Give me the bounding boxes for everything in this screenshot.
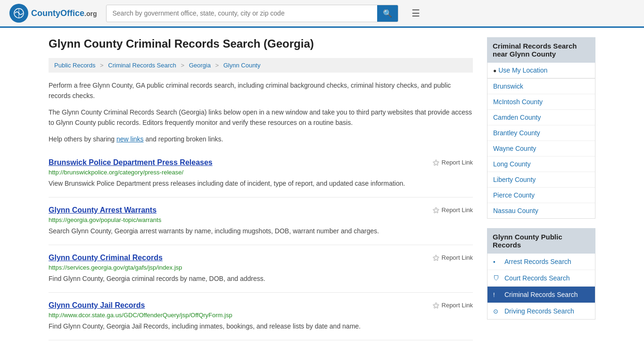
result-desc-1: Search Glynn County, Georgia arrest warr… <box>49 226 473 236</box>
nearby-link-3[interactable]: Brantley County <box>487 125 595 140</box>
result-item: Glynn County Jail Records ⚝ Report Link … <box>49 293 473 340</box>
nearby-section: Criminal Records Search near Glynn Count… <box>487 37 595 219</box>
result-title-3[interactable]: Glynn County Jail Records <box>49 301 145 310</box>
results-list: Brunswick Police Department Press Releas… <box>49 150 473 340</box>
hamburger-menu-button[interactable]: ☰ <box>408 6 424 21</box>
result-title-2[interactable]: Glynn County Criminal Records <box>49 254 163 262</box>
nearby-link-0[interactable]: Brunswick <box>487 79 595 94</box>
pr-icon-0: ▪ <box>493 258 501 265</box>
main-container: Glynn County Criminal Records Search (Ge… <box>39 28 605 350</box>
content-area: Glynn County Criminal Records Search (Ge… <box>49 37 473 340</box>
public-record-item: ⊙ Driving Records Search <box>487 303 595 319</box>
nearby-link-item: Nassau County <box>487 203 595 218</box>
nearby-links-list: ● Use My Location <box>487 63 595 79</box>
breadcrumb-sep-2: > <box>181 62 184 69</box>
pr-label-2: Criminal Records Search <box>504 291 578 298</box>
report-link-0[interactable]: ⚝ Report Link <box>433 158 473 166</box>
nearby-link-1[interactable]: McIntosh County <box>487 94 595 109</box>
pr-label-3: Driving Records Search <box>504 307 574 315</box>
use-my-location-item: ● Use My Location <box>487 63 595 78</box>
nearby-link-7[interactable]: Pierce County <box>487 188 595 203</box>
report-icon-1: ⚝ <box>433 206 439 214</box>
intro3-before: Help others by sharing <box>49 135 116 143</box>
nearby-counties-list: BrunswickMcIntosh CountyCamden CountyBra… <box>487 79 595 219</box>
search-icon: 🔍 <box>383 9 392 17</box>
pr-icon-1: ⛉ <box>493 275 501 282</box>
page-title: Glynn County Criminal Records Search (Ge… <box>49 37 473 50</box>
nearby-link-item: Long County <box>487 156 595 172</box>
hamburger-icon: ☰ <box>412 8 420 18</box>
intro-paragraph-2: The Glynn County Criminal Records Search… <box>49 107 473 128</box>
intro-paragraph-3: Help others by sharing new links and rep… <box>49 134 473 144</box>
report-icon-3: ⚝ <box>433 301 439 309</box>
public-record-link-3[interactable]: ⊙ Driving Records Search <box>487 303 595 319</box>
report-icon-2: ⚝ <box>433 254 439 262</box>
breadcrumb-public-records[interactable]: Public Records <box>54 62 95 69</box>
result-title-0[interactable]: Brunswick Police Department Press Releas… <box>49 158 213 167</box>
breadcrumb-glynn-county[interactable]: Glynn County <box>223 62 261 69</box>
pr-icon-3: ⊙ <box>493 308 501 315</box>
breadcrumb-criminal-records[interactable]: Criminal Records Search <box>108 62 176 69</box>
sidebar: Criminal Records Search near Glynn Count… <box>487 37 595 340</box>
breadcrumb-sep-1: > <box>100 62 104 69</box>
search-input[interactable] <box>107 6 377 21</box>
report-link-2[interactable]: ⚝ Report Link <box>433 254 473 262</box>
result-item: Glynn County Criminal Records ⚝ Report L… <box>49 245 473 293</box>
result-url-2[interactable]: https://services.georgia.gov/gta/gafs/js… <box>49 264 473 271</box>
pr-label-0: Arrest Records Search <box>504 258 571 265</box>
public-record-link-1[interactable]: ⛉ Court Records Search <box>487 270 595 286</box>
use-my-location-label: Use My Location <box>498 66 547 74</box>
nearby-link-item: Pierce County <box>487 188 595 203</box>
nearby-link-5[interactable]: Long County <box>487 156 595 172</box>
pr-label-1: Court Records Search <box>504 274 570 282</box>
result-desc-0: View Brunswick Police Department press r… <box>49 179 473 189</box>
public-records-section: Glynn County Public Records ▪ Arrest Rec… <box>487 228 595 320</box>
search-bar: 🔍 <box>106 5 398 22</box>
breadcrumb-georgia[interactable]: Georgia <box>189 62 211 69</box>
report-link-label-1: Report Link <box>442 206 473 214</box>
result-item: Glynn County Arrest Warrants ⚝ Report Li… <box>49 197 473 245</box>
public-record-link-0[interactable]: ▪ Arrest Records Search <box>487 254 595 270</box>
nearby-link-6[interactable]: Liberty County <box>487 172 595 187</box>
result-url-0[interactable]: http://brunswickpolice.org/category/pres… <box>49 169 473 176</box>
breadcrumb-sep-3: > <box>215 62 219 69</box>
nearby-link-item: Brunswick <box>487 79 595 94</box>
header: CountyOffice.org 🔍 ☰ <box>0 0 644 28</box>
nearby-link-2[interactable]: Camden County <box>487 110 595 125</box>
nearby-link-4[interactable]: Wayne County <box>487 141 595 156</box>
intro3-after: and reporting broken links. <box>144 135 223 143</box>
nearby-link-8[interactable]: Nassau County <box>487 203 595 218</box>
location-icon: ● <box>493 67 496 74</box>
logo-icon <box>9 4 28 23</box>
nearby-link-item: Brantley County <box>487 125 595 141</box>
nearby-link-item: Wayne County <box>487 141 595 156</box>
use-my-location-link[interactable]: ● Use My Location <box>487 63 595 78</box>
intro-paragraph-1: Perform a free Glynn County, GA public c… <box>49 80 473 101</box>
report-link-1[interactable]: ⚝ Report Link <box>433 206 473 214</box>
public-record-item: ⛉ Court Records Search <box>487 270 595 287</box>
public-records-header: Glynn County Public Records <box>487 228 595 254</box>
report-link-label-2: Report Link <box>442 254 473 261</box>
nearby-link-item: Camden County <box>487 110 595 125</box>
logo-link[interactable]: CountyOffice.org <box>9 4 97 23</box>
result-item: Brunswick Police Department Press Releas… <box>49 150 473 197</box>
result-url-1[interactable]: https://georgia.gov/popular-topic/warran… <box>49 216 473 223</box>
report-link-3[interactable]: ⚝ Report Link <box>433 301 473 309</box>
public-records-list: ▪ Arrest Records Search ⛉ Court Records … <box>487 254 595 320</box>
nearby-link-item: McIntosh County <box>487 94 595 110</box>
search-button[interactable]: 🔍 <box>377 5 398 22</box>
report-icon-0: ⚝ <box>433 158 439 166</box>
public-record-item: ! Criminal Records Search <box>487 287 595 303</box>
nearby-link-item: Liberty County <box>487 172 595 188</box>
nearby-section-header: Criminal Records Search near Glynn Count… <box>487 37 595 63</box>
result-desc-2: Find Glynn County, Georgia criminal reco… <box>49 274 473 284</box>
new-links-link[interactable]: new links <box>116 135 144 143</box>
report-link-label-0: Report Link <box>442 159 473 166</box>
result-desc-3: Find Glynn County, Georgia Jail Records,… <box>49 321 473 331</box>
public-record-link-2[interactable]: ! Criminal Records Search <box>487 287 595 303</box>
report-link-label-3: Report Link <box>442 302 473 309</box>
public-record-item: ▪ Arrest Records Search <box>487 254 595 270</box>
breadcrumb: Public Records > Criminal Records Search… <box>49 58 473 73</box>
result-url-3[interactable]: http://www.dcor.state.ga.us/GDC/Offender… <box>49 312 473 319</box>
result-title-1[interactable]: Glynn County Arrest Warrants <box>49 206 157 214</box>
